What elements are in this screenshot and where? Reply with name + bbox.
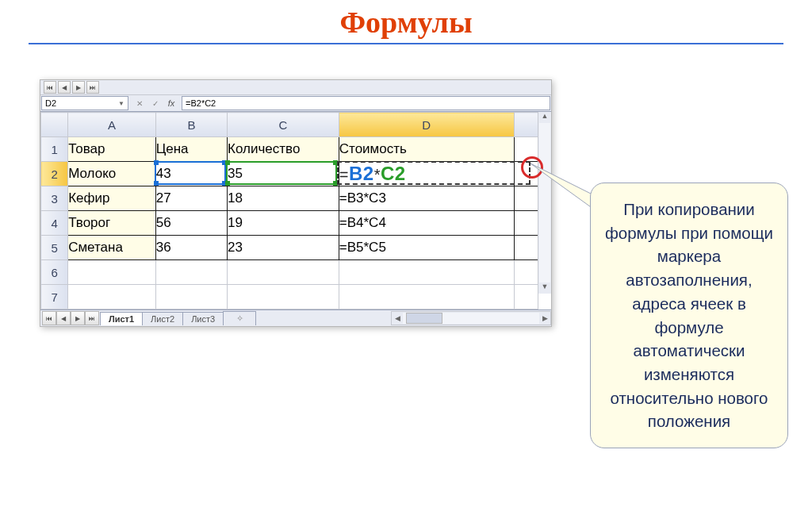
scroll-down-icon[interactable]: ▼ bbox=[542, 282, 549, 294]
scroll-left-icon[interactable]: ◀ bbox=[392, 314, 403, 322]
formula-input[interactable]: =B2*C2 bbox=[182, 96, 550, 110]
tab-nav-last-icon[interactable]: ⏭ bbox=[85, 311, 99, 325]
col-header-b[interactable]: B bbox=[155, 113, 227, 137]
cell-c2[interactable]: 35 bbox=[228, 162, 339, 186]
excel-window: ⏮ ◀ ▶ ⏭ D2 ▼ ✕ ✓ fx =B2*C2 bbox=[40, 79, 552, 327]
horizontal-scrollbar[interactable]: ◀ ▶ bbox=[391, 311, 551, 325]
cell-d2-formula: =B2*C2 bbox=[339, 166, 406, 183]
cell-c6[interactable] bbox=[228, 260, 339, 285]
formula-star: * bbox=[374, 166, 381, 183]
slide: Формулы ⏮ ◀ ▶ ⏭ D2 ▼ ✕ ✓ fx =B2*C2 bbox=[0, 0, 812, 515]
name-box-value: D2 bbox=[45, 98, 56, 108]
column-headers-row: A B C D bbox=[41, 113, 538, 137]
cell-b2[interactable]: 43 bbox=[155, 162, 227, 186]
scroll-right-icon[interactable]: ▶ bbox=[539, 314, 550, 322]
win-nav-last-icon[interactable]: ⏭ bbox=[86, 81, 99, 94]
name-box[interactable]: D2 ▼ bbox=[41, 96, 128, 110]
win-nav-first-icon[interactable]: ⏮ bbox=[44, 81, 56, 94]
row-header-3[interactable]: 3 bbox=[41, 186, 68, 211]
cell-c7[interactable] bbox=[228, 285, 339, 309]
h-scroll-track[interactable] bbox=[403, 313, 539, 324]
sheet-tab-3[interactable]: Лист3 bbox=[182, 312, 224, 325]
col-header-c[interactable]: C bbox=[228, 113, 339, 137]
cell-a6[interactable] bbox=[68, 260, 156, 285]
table-row: 1 Товар Цена Количество Стоимость bbox=[41, 137, 538, 162]
formula-eq: = bbox=[339, 166, 349, 183]
row-header-2[interactable]: 2 bbox=[41, 162, 68, 186]
win-nav-prev-icon[interactable]: ◀ bbox=[58, 81, 71, 94]
table-row: 2 Молоко 43 35 =B2*C2 bbox=[41, 162, 538, 186]
cell-c2-value: 35 bbox=[228, 166, 243, 181]
table-row: 3 Кефир 27 18 =B3*C3 bbox=[41, 186, 538, 211]
cell-c4[interactable]: 19 bbox=[228, 211, 339, 236]
cell-b7[interactable] bbox=[155, 285, 227, 309]
cell-a4[interactable]: Творог bbox=[68, 211, 156, 236]
row-header-7[interactable]: 7 bbox=[41, 285, 68, 309]
title-divider bbox=[29, 43, 783, 44]
enter-icon[interactable]: ✓ bbox=[148, 96, 163, 110]
scroll-up-icon[interactable]: ▲ bbox=[542, 112, 549, 123]
tab-nav-prev-icon[interactable]: ◀ bbox=[56, 311, 71, 325]
tab-nav-next-icon[interactable]: ▶ bbox=[71, 311, 85, 325]
col-header-a[interactable]: A bbox=[68, 113, 156, 137]
table-row: 5 Сметана 36 23 =B5*C5 bbox=[41, 236, 538, 260]
title-area: Формулы bbox=[0, 0, 812, 40]
col-header-empty[interactable] bbox=[514, 113, 538, 137]
formula-input-text: =B2*C2 bbox=[186, 98, 216, 108]
cell-c1[interactable]: Количество bbox=[228, 137, 339, 162]
tab-nav: ⏮ ◀ ▶ ⏭ bbox=[40, 311, 101, 325]
table-row: 6 bbox=[41, 260, 538, 285]
fx-icon[interactable]: fx bbox=[164, 96, 178, 110]
callout-box: При копировании формулы при помощи марке… bbox=[590, 183, 788, 448]
cell-e6[interactable] bbox=[514, 260, 538, 285]
cell-b3[interactable]: 27 bbox=[155, 186, 227, 211]
cell-b6[interactable] bbox=[155, 260, 227, 285]
select-all-triangle[interactable] bbox=[41, 113, 68, 137]
row-header-1[interactable]: 1 bbox=[41, 137, 68, 162]
cell-b2-value: 43 bbox=[156, 166, 171, 181]
formula-ref2: C2 bbox=[381, 163, 406, 184]
cell-a7[interactable] bbox=[68, 285, 156, 309]
row-header-4[interactable]: 4 bbox=[41, 211, 68, 236]
col-header-d[interactable]: D bbox=[339, 113, 514, 137]
cell-d3[interactable]: =B3*C3 bbox=[339, 186, 514, 211]
h-scroll-thumb[interactable] bbox=[406, 313, 442, 324]
sheet-tab-2[interactable]: Лист2 bbox=[142, 312, 183, 325]
tab-nav-first-icon[interactable]: ⏮ bbox=[42, 311, 56, 325]
cell-a5[interactable]: Сметана bbox=[68, 236, 156, 260]
slide-title: Формулы bbox=[0, 5, 812, 40]
cell-d1[interactable]: Стоимость bbox=[339, 137, 514, 162]
cancel-icon[interactable]: ✕ bbox=[132, 96, 147, 110]
sheet-tab-bar: ⏮ ◀ ▶ ⏭ Лист1 Лист2 Лист3 ✧ ◀ ▶ bbox=[40, 309, 551, 326]
cell-c3[interactable]: 18 bbox=[228, 186, 339, 211]
spreadsheet-grid: A B C D 1 Товар Цена Количество Стоимост… bbox=[40, 112, 551, 309]
formula-bar: D2 ▼ ✕ ✓ fx =B2*C2 bbox=[40, 95, 551, 112]
window-toolbar: ⏮ ◀ ▶ ⏭ bbox=[40, 80, 551, 95]
cell-a3[interactable]: Кефир bbox=[68, 186, 156, 211]
cell-d7[interactable] bbox=[339, 285, 514, 309]
cell-d5[interactable]: =B5*C5 bbox=[339, 236, 514, 260]
row-header-5[interactable]: 5 bbox=[41, 236, 68, 260]
formula-ref1: B2 bbox=[349, 163, 374, 184]
table-row: 4 Творог 56 19 =B4*C4 bbox=[41, 211, 538, 236]
cell-b4[interactable]: 56 bbox=[155, 211, 227, 236]
sheet-tab-1[interactable]: Лист1 bbox=[100, 312, 143, 325]
cell-e5[interactable] bbox=[514, 236, 538, 260]
win-nav-next-icon[interactable]: ▶ bbox=[72, 81, 85, 94]
cell-b1[interactable]: Цена bbox=[155, 137, 227, 162]
cell-b5[interactable]: 36 bbox=[155, 236, 227, 260]
row-header-6[interactable]: 6 bbox=[41, 260, 68, 285]
formula-bar-buttons: ✕ ✓ fx bbox=[129, 95, 182, 111]
cell-d6[interactable] bbox=[339, 260, 514, 285]
cell-a2[interactable]: Молоко bbox=[68, 162, 156, 186]
table-row: 7 bbox=[41, 285, 538, 309]
sheet-table: A B C D 1 Товар Цена Количество Стоимост… bbox=[40, 112, 538, 309]
cell-d2-active[interactable]: =B2*C2 bbox=[339, 162, 514, 186]
callout-text: При копировании формулы при помощи марке… bbox=[605, 200, 773, 430]
cell-a1[interactable]: Товар bbox=[68, 137, 156, 162]
cell-c5[interactable]: 23 bbox=[228, 236, 339, 260]
new-sheet-icon[interactable]: ✧ bbox=[223, 311, 256, 325]
cell-d4[interactable]: =B4*C4 bbox=[339, 211, 514, 236]
name-box-dropdown-icon[interactable]: ▼ bbox=[118, 100, 124, 107]
cell-e7[interactable] bbox=[514, 285, 538, 309]
